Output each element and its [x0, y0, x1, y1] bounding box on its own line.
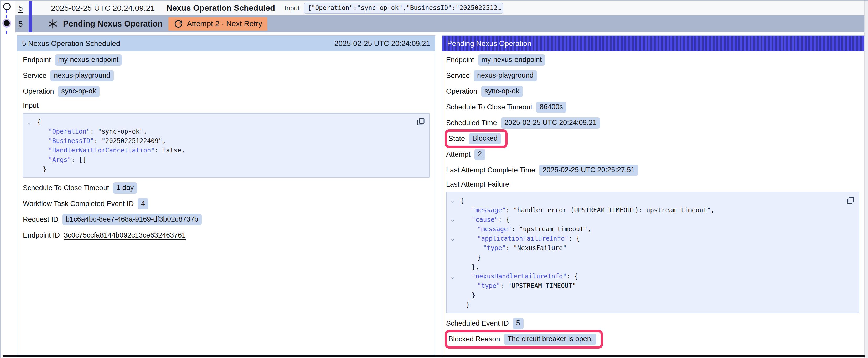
detail-field: Operation sync-op-ok [446, 86, 859, 97]
json-key: "message" [471, 206, 506, 214]
collapse-chevron-icon[interactable] [27, 146, 37, 155]
detail-field: Operation sync-op-ok [23, 86, 430, 97]
detail-field: Request ID b1c6a4bc-8ee7-468a-9169-df3b0… [23, 214, 430, 225]
json-code-viewer: ⌄ { "Operation": "sync-op-ok", "Business… [23, 113, 430, 178]
detail-field: Service nexus-playground [446, 70, 859, 81]
collapse-chevron-icon[interactable]: ⌄ [450, 196, 460, 205]
retry-attempt-badge: Attempt 2 · Next Retry [168, 17, 268, 31]
json-value: : "handler error (UPSTREAM_TIMEOUT): ups… [506, 206, 715, 214]
json-value: : "UPSTREAM_TIMEOUT" [500, 282, 576, 290]
field-label: Schedule To Close Timeout [446, 103, 532, 111]
code-line: }, [450, 262, 843, 272]
collapse-chevron-icon[interactable] [450, 205, 460, 215]
field-value-chip: sync-op-ok [58, 86, 99, 97]
field-label: Endpoint ID [23, 231, 60, 239]
code-line: "type": "UPSTREAM_TIMEOUT" [450, 281, 843, 291]
pink-annotation-box: Blocked Reason The circuit breaker is op… [445, 330, 603, 349]
collapse-chevron-icon[interactable]: ⌄ [450, 215, 460, 224]
pink-annotation-box: State Blocked [445, 129, 507, 148]
field-value-chip: 86400s [536, 102, 566, 113]
json-value: { [37, 118, 41, 126]
json-value: : "upstream timeout", [512, 225, 591, 233]
field-value-link[interactable]: 3c0c75ccfa8144b092c13ce632463761 [64, 231, 186, 239]
field-label: Workflow Task Completed Event ID [23, 200, 134, 208]
field-value-chip: b1c6a4bc-8ee7-468a-9169-df3b02c8737b [62, 214, 202, 225]
code-line: } [450, 253, 843, 262]
input-label: Input [284, 4, 300, 12]
json-key: "cause" [471, 216, 498, 223]
collapse-chevron-icon[interactable] [450, 262, 460, 272]
field-label: Attempt [446, 151, 470, 159]
field-label: Input [23, 102, 426, 110]
code-line: } [450, 300, 843, 310]
field-value-chip: The circuit breaker is open. [504, 334, 597, 345]
field-value-chip: nexus-playground [51, 70, 114, 82]
temporal-event-history-page: 5 2025-02-25 UTC 20:24:09.21 Nexus Opera… [0, 0, 868, 358]
field-label: Last Attempt Complete Time [446, 166, 535, 174]
field-value-chip: 2 [474, 149, 485, 160]
collapse-chevron-icon[interactable] [450, 224, 460, 234]
copy-icon[interactable] [846, 196, 855, 206]
json-value: { [460, 197, 464, 204]
detail-field: Workflow Task Completed Event ID 4 [23, 198, 430, 209]
json-key: "type" [483, 245, 506, 252]
detail-field-code: Input ⌄ { "Operation": "sync-op-ok", "Bu… [23, 102, 430, 178]
event-row-nexus-operation-scheduled[interactable]: 5 2025-02-25 UTC 20:24:09.21 Nexus Opera… [16, 1, 865, 15]
field-label: Scheduled Time [446, 119, 497, 127]
json-value: : { [568, 235, 580, 242]
detail-field: Attempt 2 [446, 149, 859, 160]
code-line: ⌄ { [450, 196, 843, 205]
json-value: : "sync-op-ok", [90, 128, 147, 135]
input-preview-chip: {"Operation":"sync-op-ok","BusinessID":"… [304, 3, 503, 14]
field-label: Request ID [23, 216, 58, 224]
code-line: "type": "NexusFailure" [450, 243, 843, 253]
detail-field: Endpoint my-nexus-endpoint [446, 54, 859, 65]
code-line: "Operation": "sync-op-ok", [27, 127, 413, 136]
json-value: : { [567, 273, 578, 280]
field-value-chip: 5 [513, 318, 524, 329]
field-label: Endpoint [23, 56, 51, 64]
field-value-chip: 1 day [113, 183, 137, 194]
collapse-chevron-icon[interactable]: ⌄ [450, 234, 460, 243]
code-line: ⌄ "nexusHandlerFailureInfo": { [450, 272, 843, 281]
json-value: : false, [155, 147, 185, 154]
json-key: "Args" [48, 156, 71, 164]
collapse-chevron-icon[interactable] [27, 127, 37, 136]
json-value: : { [498, 216, 510, 223]
panel-header-pending: Pending Nexus Operation [442, 36, 864, 51]
event-detail-panel-scheduled: 5 Nexus Operation Scheduled 2025-02-25 U… [17, 35, 435, 355]
field-label: Endpoint [446, 56, 474, 64]
collapse-chevron-icon[interactable]: ⌄ [450, 272, 460, 281]
vertical-scrollbar[interactable] [864, 1, 868, 358]
panel-header-scheduled: 5 Nexus Operation Scheduled 2025-02-25 U… [17, 36, 435, 51]
pending-operation-detail-panel: Pending Nexus Operation Endpoint my-nexu… [442, 35, 865, 358]
json-key: "BusinessID" [48, 137, 94, 144]
field-value-chip: 2025-02-25 UTC 20:25:27.51 [539, 165, 638, 176]
copy-icon[interactable] [416, 117, 425, 127]
code-line: } [27, 165, 413, 174]
collapse-chevron-icon[interactable] [450, 300, 460, 310]
event-row-pending-nexus-operation[interactable]: 5 Pending Nexus Operation Attempt 2 · Ne… [16, 15, 865, 32]
field-label: State [448, 135, 465, 143]
json-value: : [] [71, 156, 87, 164]
field-value-chip: nexus-playground [474, 70, 537, 82]
code-line: "BusinessID": "20250225122409", [27, 136, 413, 146]
json-value: } [43, 166, 46, 173]
collapse-chevron-icon[interactable] [27, 136, 37, 146]
json-key: "applicationFailureInfo" [477, 235, 568, 242]
field-label: Service [23, 72, 46, 80]
retry-badge-label: Attempt 2 · Next Retry [187, 20, 262, 28]
json-key: "type" [477, 282, 500, 290]
collapse-chevron-icon[interactable] [27, 155, 37, 165]
collapse-chevron-icon[interactable] [450, 291, 460, 300]
code-line: "HandlerWaitForCancellation": false, [27, 146, 413, 155]
detail-field: Endpoint ID 3c0c75ccfa8144b092c13ce63246… [23, 230, 430, 241]
collapse-chevron-icon[interactable] [27, 165, 37, 174]
collapse-chevron-icon[interactable] [450, 253, 460, 262]
field-value-chip: 4 [138, 198, 149, 209]
collapse-chevron-icon[interactable] [450, 243, 460, 253]
collapse-chevron-icon[interactable] [450, 281, 460, 291]
collapse-chevron-icon[interactable]: ⌄ [27, 117, 37, 127]
timeline-open-node-icon [3, 3, 10, 10]
field-value-chip: my-nexus-endpoint [55, 54, 122, 66]
